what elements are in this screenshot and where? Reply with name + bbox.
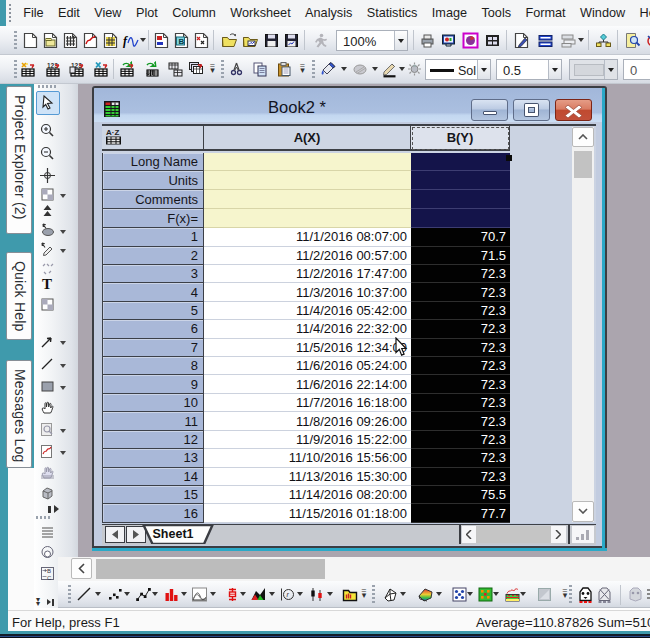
svg-text:C: C (47, 575, 52, 581)
svg-text:B: B (47, 568, 51, 574)
svg-text:A·Z: A·Z (106, 128, 119, 137)
svg-text:r: r (287, 591, 290, 598)
svg-text:T: T (42, 276, 52, 292)
svg-text:f: f (123, 34, 128, 48)
svg-text:B: B (179, 37, 185, 46)
